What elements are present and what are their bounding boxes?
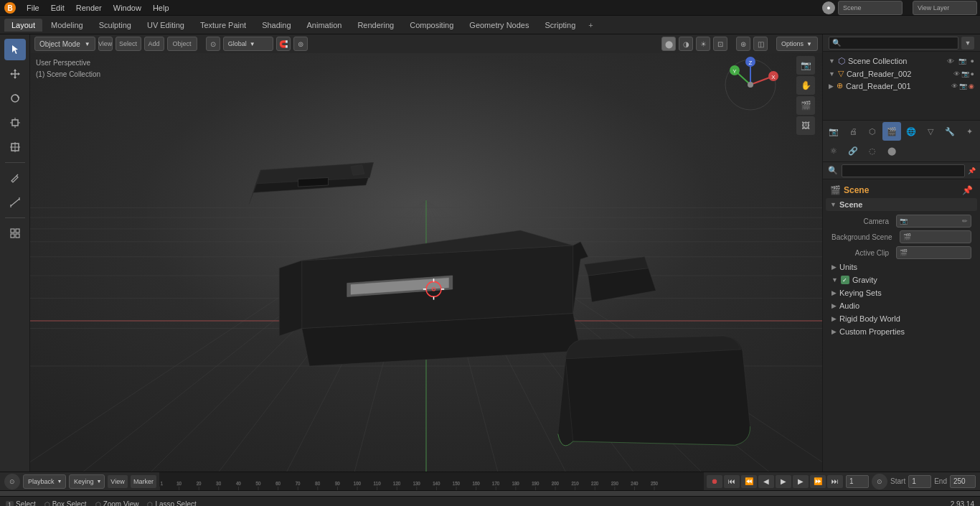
tab-texture-paint[interactable]: Texture Paint	[193, 19, 253, 32]
record-btn[interactable]: ⏺	[707, 475, 722, 488]
scene-3d[interactable]: User Perspective (1) Scene Collection X …	[30, 34, 822, 472]
fps-icon[interactable]: ⊙	[872, 474, 887, 489]
prop-modifier-icon[interactable]: 🔧	[941, 122, 959, 141]
frame-icon[interactable]: ⊙	[4, 474, 20, 489]
solid-shading[interactable]: ⬤	[661, 37, 676, 51]
props-search-input[interactable]	[842, 164, 965, 177]
menu-window[interactable]: Window	[108, 2, 146, 14]
rendered-preview[interactable]: ☀	[696, 37, 710, 51]
custom-properties-section[interactable]: ▶ Custom Properties	[826, 325, 977, 338]
tool-cursor[interactable]	[4, 39, 26, 60]
scroll-handle[interactable]	[0, 491, 980, 496]
cr002-render-icon[interactable]: ●	[971, 70, 974, 78]
jump-end-btn[interactable]: ⏭	[827, 475, 843, 488]
scene-collection-item[interactable]: ▼ ⬡ Scene Collection 👁 📷 ●	[823, 55, 980, 67]
end-frame-field[interactable]: 250	[950, 475, 976, 488]
start-frame-field[interactable]: 1	[908, 475, 931, 488]
3d-viewport[interactable]: Object Mode ▼ View Select Add Object ⊙ G…	[30, 34, 822, 472]
props-pin-btn[interactable]: 📌	[961, 184, 973, 196]
tab-add-button[interactable]: +	[584, 19, 597, 31]
tool-rotate[interactable]	[4, 88, 26, 109]
prop-world-icon[interactable]: 🌐	[902, 122, 920, 141]
card-reader-001-item[interactable]: ▶ ⊕ Card_Reader_001 👁 📷 ◉	[823, 80, 980, 92]
jump-start-btn[interactable]: ⏮	[724, 475, 740, 488]
gravity-checkbox[interactable]: ✓	[841, 276, 849, 284]
gravity-section[interactable]: ▼ ✓ Gravity	[826, 273, 977, 286]
active-clip-field[interactable]: 🎬	[896, 246, 971, 259]
menu-help[interactable]: Help	[148, 2, 174, 14]
collection-camera-icon[interactable]: 📷	[958, 57, 966, 65]
tab-modeling[interactable]: Modeling	[44, 19, 90, 32]
prop-output-icon[interactable]: 🖨	[844, 122, 862, 141]
card-reader-002-item[interactable]: ▼ ▽ Card_Reader_002 👁 📷 ●	[823, 67, 980, 80]
prop-view-layer-icon[interactable]: ⬡	[863, 122, 882, 141]
render-icon[interactable]: 🎬	[796, 96, 815, 115]
tab-sculpting[interactable]: Sculpting	[92, 19, 138, 32]
camera-field[interactable]: 📷 ✏	[896, 215, 971, 228]
material-preview[interactable]: ◑	[679, 37, 693, 51]
next-keyframe-btn[interactable]: ▶	[793, 475, 809, 488]
prev-keyframe-btn[interactable]: ◀	[758, 475, 774, 488]
menu-edit[interactable]: Edit	[46, 2, 70, 14]
tab-uv-editing[interactable]: UV Editing	[140, 19, 192, 32]
next-frame-btn[interactable]: ⏩	[810, 475, 826, 488]
keying-sets-section[interactable]: ▶ Keying Sets	[826, 286, 977, 299]
wireframe-toggle[interactable]: ⊡	[713, 37, 727, 51]
tab-animation[interactable]: Animation	[300, 19, 349, 32]
options-btn[interactable]: Options ▼	[776, 37, 818, 51]
transform-orientation[interactable]: Global ▼	[223, 37, 273, 51]
tab-geometry-nodes[interactable]: Geometry Nodes	[462, 19, 536, 32]
image-editor-icon[interactable]: 🖼	[796, 116, 815, 135]
menu-render[interactable]: Render	[71, 2, 107, 14]
keying-dropdown[interactable]: Keying ▼	[69, 474, 105, 489]
view-menu[interactable]: View	[98, 37, 113, 51]
timeline-ruler[interactable]: 1 10 20 30 40 50 60 70 80 90 100 110 120…	[159, 472, 704, 491]
tab-rendering[interactable]: Rendering	[350, 19, 401, 32]
prop-scene-icon[interactable]: 🎬	[882, 122, 901, 141]
play-btn[interactable]: ▶	[776, 475, 791, 488]
marker-btn[interactable]: Marker	[131, 475, 156, 488]
tool-annotate[interactable]	[4, 167, 26, 189]
tool-add[interactable]	[4, 222, 26, 244]
select-menu[interactable]: Select	[116, 37, 141, 51]
props-search-icon[interactable]: 🔍	[827, 165, 839, 177]
status-zoom[interactable]: ⬡ Zoom View	[95, 500, 139, 506]
prop-constraints-icon[interactable]: 🔗	[844, 141, 862, 160]
snap-toggle[interactable]: 🧲	[276, 37, 291, 51]
camera-view-icon[interactable]: 📷	[796, 56, 815, 75]
scene-selector[interactable]: Scene	[838, 1, 903, 15]
tool-scale[interactable]	[4, 112, 26, 133]
timeline-scrollbar[interactable]	[0, 490, 980, 496]
tool-measure[interactable]	[4, 192, 26, 213]
prop-material-icon[interactable]: ⬤	[882, 141, 901, 160]
rigid-body-world-section[interactable]: ▶ Rigid Body World	[826, 312, 977, 325]
props-pin-icon[interactable]: 📌	[968, 167, 976, 174]
cr001-render-icon[interactable]: ◉	[969, 83, 974, 90]
outliner-search[interactable]	[829, 37, 958, 50]
current-frame-field[interactable]: 1	[846, 475, 869, 488]
status-box-select[interactable]: ⬡ Box Select	[44, 500, 87, 506]
object-mode-dropdown[interactable]: Object Mode ▼	[34, 37, 95, 51]
bg-scene-field[interactable]: 🎬	[900, 230, 971, 243]
collection-render-icon[interactable]: ●	[971, 57, 974, 65]
xray-toggle[interactable]: ◫	[753, 37, 768, 51]
menu-file[interactable]: File	[22, 2, 44, 14]
prop-render-icon[interactable]: 📷	[824, 122, 843, 141]
view-btn[interactable]: View	[108, 475, 128, 488]
prop-object-icon[interactable]: ▽	[921, 122, 940, 141]
pivot-point-btn[interactable]: ⊙	[206, 37, 220, 51]
view-layer-selector[interactable]: View Layer	[913, 1, 977, 15]
status-select[interactable]: 1 Select	[6, 500, 36, 506]
proportional-edit[interactable]: ⊚	[293, 37, 308, 51]
prop-physics-icon[interactable]: ⚛	[824, 141, 843, 160]
cr001-camera-icon[interactable]: 📷	[959, 83, 967, 90]
tab-layout[interactable]: Layout	[4, 19, 42, 32]
prev-frame-btn[interactable]: ⏪	[741, 475, 757, 488]
cr002-camera-icon[interactable]: 📷	[961, 70, 969, 78]
tab-shading[interactable]: Shading	[255, 19, 298, 32]
cr002-eye-icon[interactable]: 👁	[953, 70, 960, 78]
cr001-eye-icon[interactable]: 👁	[951, 83, 958, 90]
scene-section-header[interactable]: ▼ Scene	[826, 198, 977, 211]
tab-compositing[interactable]: Compositing	[402, 19, 461, 32]
object-menu[interactable]: Object	[167, 37, 197, 51]
